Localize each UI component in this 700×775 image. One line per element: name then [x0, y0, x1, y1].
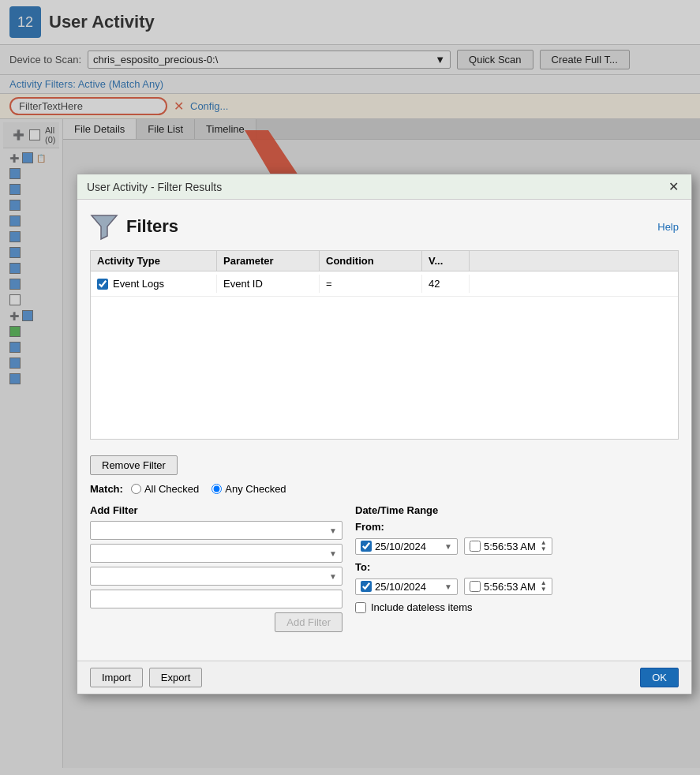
datetime-label: Date/Time Range — [355, 504, 679, 516]
add-filter-dropdown-2[interactable]: ▼ — [90, 544, 343, 563]
chevron-down-icon: ▼ — [329, 549, 337, 558]
datetime-section: Date/Time Range From: 25/10/2024 ▼ — [355, 504, 679, 632]
filter-results-modal: User Activity - Filter Results ✕ Filters… — [77, 174, 692, 695]
col-header-parameter: Parameter — [217, 251, 320, 271]
to-date-value: 25/10/2024 — [375, 581, 441, 593]
modal-close-button[interactable]: ✕ — [665, 179, 682, 194]
to-date-checkbox[interactable] — [361, 581, 372, 592]
ok-button[interactable]: OK — [640, 668, 679, 687]
to-label: To: — [355, 561, 370, 573]
to-time-field[interactable]: 5:56:53 AM ▲ ▼ — [464, 578, 552, 595]
parameter-cell: Event ID — [217, 275, 320, 293]
match-row: Match: All Checked Any Checked — [90, 483, 679, 495]
footer-left-buttons: Import Export — [90, 668, 202, 687]
add-filter-text-input[interactable] — [90, 590, 343, 608]
to-datetime-row: 25/10/2024 ▼ 5:56:53 AM ▲ ▼ — [355, 578, 679, 595]
import-button[interactable]: Import — [90, 668, 143, 687]
bottom-controls: Remove Filter Match: All Checked Any Che… — [90, 449, 679, 648]
from-datetime-row: 25/10/2024 ▼ 5:56:53 AM ▲ ▼ — [355, 537, 679, 555]
add-filter-dropdown-1[interactable]: ▼ — [90, 521, 343, 540]
modal-titlebar: User Activity - Filter Results ✕ — [77, 174, 691, 200]
modal-footer: Import Export OK — [77, 661, 691, 694]
any-checked-option[interactable]: Any Checked — [211, 483, 286, 495]
match-radio-group: All Checked Any Checked — [131, 483, 286, 495]
modal-overlay: User Activity - Filter Results ✕ Filters… — [0, 0, 700, 775]
chevron-down-icon: ▼ — [444, 542, 452, 551]
from-time-value: 5:56:53 AM — [484, 541, 536, 552]
col-header-value: V... — [422, 251, 470, 271]
help-link[interactable]: Help — [657, 221, 679, 233]
from-date-field[interactable]: 25/10/2024 ▼ — [355, 538, 458, 555]
add-filter-button[interactable]: Add Filter — [275, 612, 343, 632]
col-header-activity-type: Activity Type — [91, 251, 217, 271]
chevron-down-icon: ▼ — [329, 572, 337, 581]
all-checked-option[interactable]: All Checked — [131, 483, 199, 495]
funnel-icon — [90, 212, 118, 241]
add-filter-btn-row: Add Filter — [90, 612, 343, 632]
svg-marker-1 — [92, 215, 117, 239]
value-cell: 42 — [422, 275, 470, 293]
from-time-spinner[interactable]: ▲ ▼ — [541, 540, 547, 552]
add-filter-section: Add Filter ▼ ▼ ▼ — [90, 504, 343, 632]
to-time-spinner[interactable]: ▲ ▼ — [541, 580, 547, 593]
filter-table-wrap: Activity Type Parameter Condition V... E… — [90, 250, 679, 440]
to-time-checkbox[interactable] — [470, 581, 481, 592]
from-label-row: From: — [355, 521, 679, 533]
activity-type-cell: Event Logs — [91, 275, 217, 293]
add-filter-dropdown-3[interactable]: ▼ — [90, 567, 343, 586]
from-date-checkbox[interactable] — [361, 541, 372, 552]
empty-table-space — [91, 297, 678, 439]
to-date-field[interactable]: 25/10/2024 ▼ — [355, 578, 458, 595]
from-time-field[interactable]: 5:56:53 AM ▲ ▼ — [464, 537, 552, 555]
all-checked-radio[interactable] — [131, 484, 141, 494]
row-checkbox[interactable] — [97, 279, 108, 290]
add-filter-datetime-area: Add Filter ▼ ▼ ▼ — [90, 504, 679, 632]
spinner-down-icon[interactable]: ▼ — [541, 546, 547, 552]
modal-body: Filters Help Activity Type Parameter Con… — [77, 200, 691, 661]
col-header-condition: Condition — [320, 251, 422, 271]
include-dateless-label: Include dateless items — [371, 601, 473, 613]
chevron-down-icon: ▼ — [329, 526, 337, 535]
add-filter-label: Add Filter — [90, 504, 343, 516]
from-label: From: — [355, 521, 384, 533]
to-time-value: 5:56:53 AM — [484, 581, 536, 593]
filters-title-area: Filters — [90, 212, 178, 241]
any-checked-radio[interactable] — [211, 484, 222, 494]
table-row: Event Logs Event ID = 42 — [91, 271, 678, 297]
include-dateless-row: Include dateless items — [355, 601, 679, 613]
remove-filter-button[interactable]: Remove Filter — [90, 455, 178, 475]
remove-filter-row: Remove Filter — [90, 455, 679, 475]
filters-header: Filters Help — [90, 212, 679, 241]
spinner-down-icon[interactable]: ▼ — [541, 586, 547, 593]
include-dateless-checkbox[interactable] — [355, 602, 366, 613]
table-header-row: Activity Type Parameter Condition V... — [91, 251, 678, 271]
match-label: Match: — [90, 483, 123, 495]
modal-title: User Activity - Filter Results — [87, 181, 222, 193]
condition-cell: = — [320, 275, 422, 293]
chevron-down-icon: ▼ — [444, 582, 452, 591]
export-button[interactable]: Export — [149, 668, 203, 687]
filters-heading: Filters — [126, 216, 178, 237]
from-time-checkbox[interactable] — [470, 541, 481, 552]
to-label-row: To: — [355, 561, 679, 573]
from-date-value: 25/10/2024 — [375, 541, 441, 552]
